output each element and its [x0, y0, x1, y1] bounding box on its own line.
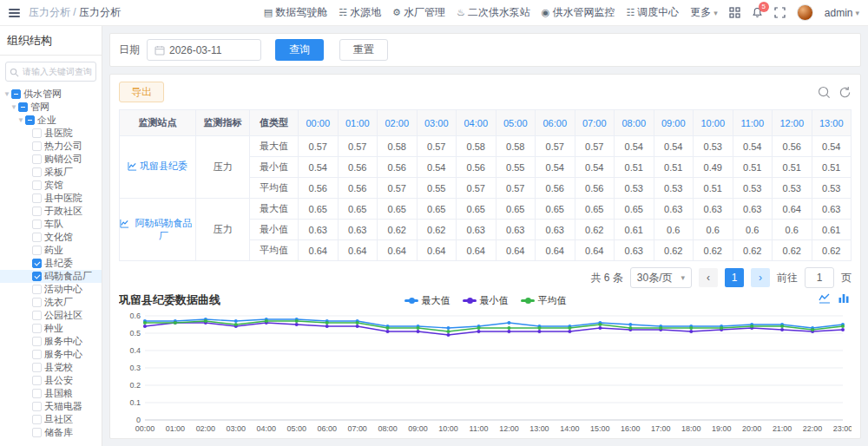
- caret-down-icon[interactable]: ▼: [10, 103, 18, 111]
- tree-node-宾馆[interactable]: 宾馆: [0, 179, 102, 192]
- caret-down-icon[interactable]: ▼: [16, 116, 25, 124]
- tree-checkbox[interactable]: [32, 415, 42, 424]
- chevron-down-icon: ▾: [855, 9, 859, 17]
- prev-page-button[interactable]: ‹: [699, 268, 718, 287]
- tree-node-县国粮[interactable]: 县国粮: [0, 387, 102, 400]
- date-picker-input[interactable]: 2026-03-11: [147, 39, 261, 61]
- tree-node-采板厂[interactable]: 采板厂: [0, 166, 102, 179]
- tree-node-县党校[interactable]: 县党校: [0, 361, 102, 374]
- tree-checkbox[interactable]: [32, 324, 42, 333]
- pagination: 共 6 条 30条/页 ▾ ‹ 1 › 前往 1 页: [119, 267, 852, 288]
- value-type-cell: 最大值: [250, 136, 299, 157]
- legend-item-最大值[interactable]: 最大值: [404, 294, 450, 307]
- menu-collapse-icon[interactable]: [9, 9, 20, 17]
- tree-node-种业[interactable]: 种业: [0, 322, 102, 335]
- bar-chart-toggle-icon[interactable]: [838, 292, 850, 307]
- nav-item-数据驾驶舱[interactable]: ▤数据驾驶舱: [264, 5, 327, 20]
- refresh-icon[interactable]: [838, 86, 852, 99]
- tree-node-县纪委[interactable]: 县纪委: [0, 257, 102, 270]
- tree-checkbox[interactable]: [32, 180, 42, 190]
- nav-item-供水管网监控[interactable]: ◉供水管网监控: [542, 5, 615, 20]
- export-button[interactable]: 导出: [119, 82, 164, 102]
- chart-section: 巩留县纪委数据曲线 最大值最小值平均值 00.10.20.30.40.50.60…: [119, 292, 852, 431]
- next-page-button[interactable]: ›: [751, 268, 770, 287]
- tree-node-县公安[interactable]: 县公安: [0, 374, 102, 387]
- value-cell: 0.6: [694, 220, 733, 240]
- tree-checkbox[interactable]: [32, 193, 42, 203]
- station-link[interactable]: 巩留县纪委: [128, 160, 187, 172]
- zoom-search-icon[interactable]: [818, 86, 831, 99]
- station-link[interactable]: 阿勒码勒食品厂: [120, 217, 195, 242]
- goto-page-input[interactable]: 1: [805, 267, 834, 288]
- tree-checkbox[interactable]: [32, 285, 42, 294]
- tree-checkbox[interactable]: [32, 298, 42, 307]
- fullscreen-icon[interactable]: [774, 7, 786, 18]
- tree-checkbox[interactable]: [32, 233, 42, 242]
- tree-checkbox[interactable]: [11, 89, 21, 99]
- tree-checkbox[interactable]: [32, 350, 42, 359]
- tree-node-管网[interactable]: ▼管网: [0, 101, 102, 114]
- tree-node-天猫电器[interactable]: 天猫电器: [0, 400, 102, 413]
- pressure-line-chart[interactable]: 00.10.20.30.40.50.600:0001:0002:0003:000…: [119, 309, 852, 431]
- breadcrumb-root[interactable]: 压力分析: [29, 6, 70, 18]
- tree-node-车队[interactable]: 车队: [0, 218, 102, 231]
- tree-node-供水管网[interactable]: ▼供水管网: [0, 88, 102, 101]
- line-chart-toggle-icon[interactable]: [819, 292, 831, 307]
- tree-checkbox[interactable]: [32, 128, 42, 138]
- notification-bell-icon[interactable]: 5: [752, 7, 763, 18]
- tree-checkbox[interactable]: [32, 337, 42, 346]
- tree-checkbox[interactable]: [32, 402, 42, 411]
- tree-node-旦社区[interactable]: 旦社区: [0, 413, 102, 426]
- caret-down-icon[interactable]: ▼: [3, 90, 11, 98]
- tree-checkbox[interactable]: [32, 220, 42, 229]
- tree-node-县中医院[interactable]: 县中医院: [0, 192, 102, 205]
- tree-node-服务中心[interactable]: 服务中心: [0, 335, 102, 348]
- reset-button[interactable]: 重置: [339, 39, 388, 61]
- tree-checkbox[interactable]: [25, 115, 35, 125]
- tree-checkbox[interactable]: [32, 311, 42, 320]
- tree-node-热力公司[interactable]: 热力公司: [0, 140, 102, 153]
- tree-node-服务中心[interactable]: 服务中心: [0, 348, 102, 361]
- user-avatar[interactable]: [797, 4, 813, 21]
- tree-node-药业[interactable]: 药业: [0, 244, 102, 257]
- tree-node-文化馆[interactable]: 文化馆: [0, 231, 102, 244]
- tree-checkbox[interactable]: [32, 246, 42, 255]
- tree-node-公园社区[interactable]: 公园社区: [0, 309, 102, 322]
- legend-item-最小值[interactable]: 最小值: [463, 294, 509, 307]
- tree-node-企业[interactable]: ▼企业: [0, 114, 102, 127]
- tree-checkbox[interactable]: [32, 141, 42, 151]
- nav-item-水源地[interactable]: ☵水源地: [339, 5, 381, 20]
- tree-checkbox[interactable]: [32, 363, 42, 372]
- nav-item-调度中心[interactable]: ☷调度中心: [626, 5, 679, 20]
- value-type-cell: 平均值: [250, 178, 299, 199]
- tree-checkbox[interactable]: [32, 259, 42, 268]
- tree-node-码勒食品厂[interactable]: 码勒食品厂: [0, 270, 102, 283]
- tree-checkbox[interactable]: [32, 272, 42, 281]
- tree-checkbox[interactable]: [32, 428, 42, 437]
- page-size-select[interactable]: 30条/页 ▾: [630, 267, 692, 288]
- search-button[interactable]: 查询: [275, 39, 324, 61]
- tree-checkbox[interactable]: [18, 102, 28, 112]
- tree-checkbox[interactable]: [32, 154, 42, 164]
- col-header-hour: 02:00: [378, 110, 418, 136]
- tree-node-于政社区[interactable]: 于政社区: [0, 205, 102, 218]
- value-cell: 0.62: [575, 220, 615, 240]
- user-menu[interactable]: admin ▾: [825, 7, 859, 19]
- tree-node-活动中心[interactable]: 活动中心: [0, 283, 102, 296]
- apps-grid-icon[interactable]: [729, 7, 740, 18]
- tree-checkbox[interactable]: [32, 167, 42, 177]
- legend-item-平均值[interactable]: 平均值: [521, 294, 567, 307]
- tree-checkbox[interactable]: [32, 376, 42, 385]
- tree-node-购销公司[interactable]: 购销公司: [0, 153, 102, 166]
- tree-node-县医院[interactable]: 县医院: [0, 127, 102, 140]
- tree-checkbox[interactable]: [32, 207, 42, 216]
- value-cell: 0.62: [378, 220, 418, 240]
- nav-item-水厂管理[interactable]: ⚙水厂管理: [392, 5, 445, 20]
- tree-checkbox[interactable]: [32, 389, 42, 398]
- nav-item-二次供水泵站[interactable]: ♨二次供水泵站: [457, 5, 530, 20]
- value-cell: 0.53: [733, 178, 773, 199]
- page-number-button[interactable]: 1: [725, 268, 744, 287]
- tree-node-储备库[interactable]: 储备库: [0, 426, 102, 439]
- nav-item-更多[interactable]: 更多▾: [690, 5, 718, 20]
- tree-node-洗衣厂[interactable]: 洗衣厂: [0, 296, 102, 309]
